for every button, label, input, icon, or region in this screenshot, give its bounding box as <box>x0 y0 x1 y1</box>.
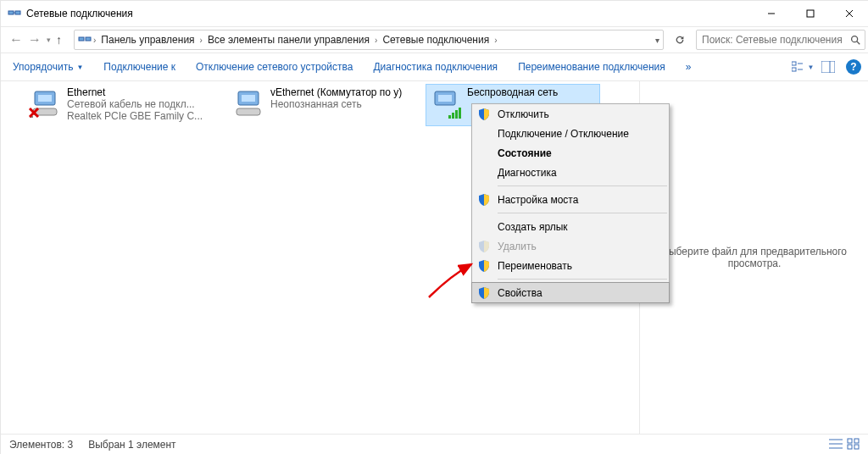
chevron-right-icon[interactable]: › <box>375 36 377 45</box>
nav-forward-icon[interactable]: → <box>28 32 42 47</box>
nav-arrows: ← → ▾ ↑ <box>4 32 67 47</box>
ctx-diagnose[interactable]: Диагностика <box>472 163 669 182</box>
cmd-organize[interactable]: Упорядочить▼ <box>3 53 93 80</box>
nav-up-icon[interactable]: ↑ <box>56 33 62 47</box>
svg-rect-28 <box>448 115 451 119</box>
svg-point-9 <box>852 36 858 42</box>
ctx-disable[interactable]: Отключить <box>472 104 669 124</box>
search-input[interactable] <box>700 33 849 47</box>
adapter-name: Беспроводная сеть <box>467 86 558 98</box>
nav-recent-icon[interactable]: ▾ <box>47 36 51 44</box>
address-bar: ← → ▾ ↑ › Панель управления › Все элемен… <box>1 27 868 53</box>
svg-rect-38 <box>854 445 859 449</box>
ctx-create-shortcut[interactable]: Создать ярлык <box>472 217 669 236</box>
adapter-name: vEthernet (Коммутатор по у) <box>270 86 402 98</box>
window: Сетевые подключения ← → ▾ ↑ › Панель упр… <box>0 0 868 454</box>
view-large-icons-button[interactable] <box>847 438 860 452</box>
svg-rect-31 <box>459 108 461 119</box>
adapter-icon <box>231 86 265 123</box>
nav-back-icon[interactable]: ← <box>9 32 23 47</box>
ctx-status[interactable]: Состояние <box>472 143 669 163</box>
ctx-rename[interactable]: Переименовать <box>472 256 669 275</box>
shield-icon <box>477 286 491 300</box>
status-count: Элементов: 3 <box>9 439 73 451</box>
ctx-properties[interactable]: Свойства <box>471 282 670 303</box>
adapter-icon <box>28 86 62 123</box>
svg-rect-25 <box>236 108 260 115</box>
search-box[interactable] <box>696 30 865 50</box>
command-bar: Упорядочить▼ Подключение к Отключение се… <box>1 53 868 81</box>
chevron-down-icon[interactable]: ▾ <box>655 36 659 45</box>
maximize-button[interactable] <box>791 1 830 26</box>
separator <box>498 279 667 280</box>
cmd-more[interactable]: » <box>676 53 702 80</box>
close-button[interactable] <box>830 1 868 26</box>
svg-rect-11 <box>792 62 796 65</box>
svg-line-10 <box>857 42 860 45</box>
adapter-icon <box>428 86 462 123</box>
cmd-disable-device[interactable]: Отключение сетевого устройства <box>186 53 363 80</box>
adapter-status: Сетевой кабель не подкл... <box>67 98 203 110</box>
preview-pane: Выберите файл для предварительного просм… <box>639 81 868 434</box>
items-pane[interactable]: Ethernet Сетевой кабель не подкл... Real… <box>1 81 639 434</box>
svg-rect-1 <box>15 11 20 14</box>
ctx-connect-disconnect[interactable]: Подключение / Отключение <box>472 124 669 143</box>
svg-rect-27 <box>438 95 452 102</box>
svg-rect-15 <box>821 61 835 73</box>
cmd-connect-to[interactable]: Подключение к <box>93 53 186 80</box>
help-button[interactable]: ? <box>842 55 865 79</box>
shield-icon <box>477 193 491 207</box>
separator <box>498 185 667 186</box>
svg-rect-36 <box>854 439 859 443</box>
svg-rect-35 <box>848 439 852 443</box>
chevron-right-icon[interactable]: › <box>494 36 497 45</box>
svg-rect-24 <box>242 95 255 102</box>
status-selected: Выбран 1 элемент <box>88 439 175 451</box>
titlebar: Сетевые подключения <box>1 1 868 27</box>
svg-rect-37 <box>848 445 852 449</box>
minimize-button[interactable] <box>752 1 791 26</box>
adapter-item-ethernet[interactable]: Ethernet Сетевой кабель не подкл... Real… <box>26 85 225 125</box>
svg-rect-8 <box>86 37 91 41</box>
shield-icon <box>477 259 491 273</box>
content-area: Ethernet Сетевой кабель не подкл... Real… <box>1 81 868 434</box>
adapter-name: Ethernet <box>67 86 203 98</box>
context-menu: Отключить Подключение / Отключение Состо… <box>471 103 670 303</box>
chevron-right-icon[interactable]: › <box>93 36 96 45</box>
window-title: Сетевые подключения <box>26 8 752 19</box>
adapter-status: Неопознанная сеть <box>270 98 402 110</box>
cmd-rename[interactable]: Переименование подключения <box>508 53 676 80</box>
preview-pane-button[interactable] <box>816 55 840 79</box>
svg-rect-0 <box>8 11 14 14</box>
search-icon <box>849 34 861 46</box>
svg-rect-12 <box>792 68 796 71</box>
ctx-bridge[interactable]: Настройка моста <box>472 190 669 209</box>
svg-rect-29 <box>452 113 454 119</box>
chevron-right-icon[interactable]: › <box>200 36 203 45</box>
adapter-device: Realtek PCIe GBE Family C... <box>67 110 203 122</box>
shield-icon <box>477 108 491 121</box>
svg-rect-4 <box>807 10 814 17</box>
breadcrumb-seg-3[interactable]: Сетевые подключения <box>379 34 492 46</box>
cmd-diagnose[interactable]: Диагностика подключения <box>363 53 508 80</box>
separator <box>498 213 667 213</box>
status-bar: Элементов: 3 Выбран 1 элемент <box>1 434 868 454</box>
view-options-button[interactable]: ▼ <box>791 55 815 79</box>
breadcrumb[interactable]: › Панель управления › Все элементы панел… <box>74 30 664 50</box>
network-connections-icon <box>78 33 92 47</box>
adapter-item-vethernet[interactable]: vEthernet (Коммутатор по у) Неопознанная… <box>230 85 428 125</box>
view-details-button[interactable] <box>828 438 843 452</box>
svg-rect-30 <box>455 110 458 119</box>
breadcrumb-seg-1[interactable]: Панель управления <box>97 34 198 46</box>
refresh-button[interactable] <box>670 34 689 46</box>
shield-icon <box>477 240 491 253</box>
preview-message: Выберите файл для предварительного просм… <box>648 246 860 269</box>
svg-rect-7 <box>79 37 84 41</box>
ctx-delete: Удалить <box>472 236 669 256</box>
svg-rect-18 <box>38 95 52 102</box>
breadcrumb-seg-2[interactable]: Все элементы панели управления <box>204 34 373 46</box>
app-icon <box>8 7 21 20</box>
